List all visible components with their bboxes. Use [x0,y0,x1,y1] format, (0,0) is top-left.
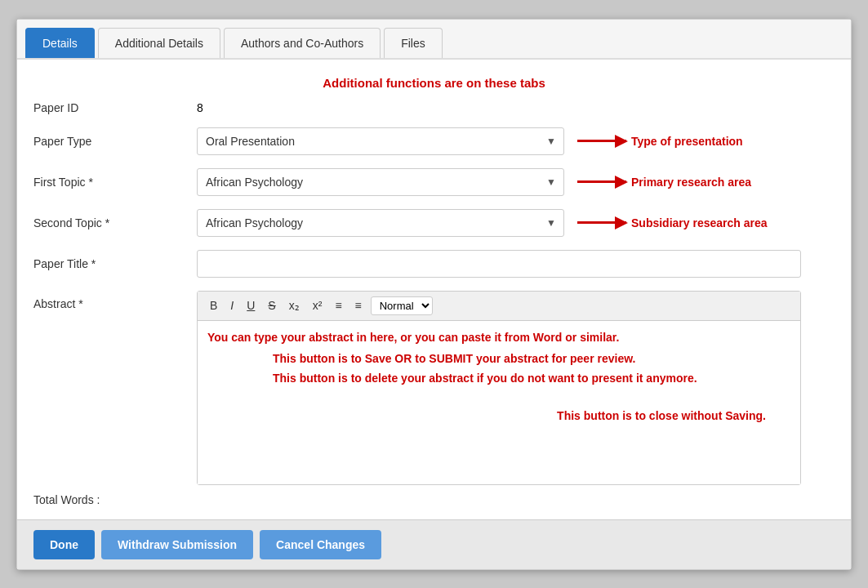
editor-annotation-1: You can type your abstract in here, or y… [207,331,790,344]
arrow-right-icon [577,140,626,142]
ordered-list-button[interactable]: ≡ [331,297,345,314]
paper-type-annotation: Type of presentation [577,135,743,148]
tab-additional-details[interactable]: Additional Details [98,28,220,58]
second-topic-annotation: Subsidiary research area [577,216,768,229]
abstract-label: Abstract * [33,291,197,310]
paper-id-value: 8 [197,101,835,114]
unordered-list-button[interactable]: ≡ [351,297,366,314]
editor-annotation-4: This button is to close without Saving. [207,409,790,422]
subscript-button[interactable]: x₂ [285,297,304,314]
second-topic-select[interactable]: African Psychology [197,209,564,237]
paper-title-input[interactable] [197,250,801,278]
withdraw-button[interactable]: Withdraw Submission [101,530,253,559]
editor-annotation-3: This button is to delete your abstract i… [207,372,790,385]
footer: Done Withdraw Submission Cancel Changes [17,519,851,569]
italic-button[interactable]: I [226,297,238,314]
editor-annotation-2: This button is to Save OR to SUBMIT your… [207,352,790,365]
first-topic-annotation: Primary research area [577,176,751,189]
form-content: Additional functions are on these tabs P… [17,60,851,519]
paper-type-label: Paper Type [33,135,197,148]
editor-toolbar: B I U S x₂ x² ≡ ≡ Normal [198,292,800,321]
second-topic-label: Second Topic * [33,216,197,229]
abstract-editor-container: B I U S x₂ x² ≡ ≡ Normal You ca [197,291,801,485]
superscript-button[interactable]: x² [309,297,327,314]
tab-authors[interactable]: Authors and Co-Authors [224,28,381,58]
modal-dialog: Details Additional Details Authors and C… [16,19,852,570]
strikethrough-button[interactable]: S [264,297,279,314]
bold-button[interactable]: B [206,297,221,314]
second-topic-annotation-label: Subsidiary research area [631,216,768,229]
tab-details[interactable]: Details [25,28,95,58]
paper-type-select[interactable]: Oral Presentation [197,127,564,155]
arrow-right-icon-2 [577,180,626,183]
tab-files[interactable]: Files [384,28,443,58]
cancel-button[interactable]: Cancel Changes [260,530,381,559]
underline-button[interactable]: U [243,297,259,314]
first-topic-annotation-label: Primary research area [631,176,751,189]
editor-container: B I U S x₂ x² ≡ ≡ Normal You ca [197,291,801,485]
paper-type-control: Oral Presentation Type of presentation [197,127,835,155]
annotation-banner: Additional functions are on these tabs [33,76,835,90]
done-button[interactable]: Done [33,530,95,559]
paper-type-row: Paper Type Oral Presentation Type of pre… [33,127,835,155]
paper-type-select-wrapper: Oral Presentation [197,127,564,155]
second-topic-control: African Psychology Subsidiary research a… [197,209,835,237]
paper-title-row: Paper Title * [33,250,835,278]
format-select[interactable]: Normal [371,296,433,315]
second-topic-select-wrapper: African Psychology [197,209,564,237]
second-topic-row: Second Topic * African Psychology Subsid… [33,209,835,237]
first-topic-select-wrapper: African Psychology [197,168,564,196]
total-words-label: Total Words : [33,493,197,506]
paper-title-label: Paper Title * [33,257,197,270]
first-topic-control: African Psychology Primary research area [197,168,835,196]
paper-title-control [197,250,835,278]
first-topic-select[interactable]: African Psychology [197,168,564,196]
tab-bar: Details Additional Details Authors and C… [17,20,851,60]
paper-type-annotation-label: Type of presentation [631,135,743,148]
paper-id-label: Paper ID [33,101,197,114]
paper-id-row: Paper ID 8 [33,101,835,114]
editor-body[interactable]: You can type your abstract in here, or y… [198,321,800,484]
total-words-row: Total Words : [33,493,835,506]
abstract-row: Abstract * B I U S x₂ x² ≡ ≡ Normal [33,291,835,485]
first-topic-label: First Topic * [33,176,197,189]
first-topic-row: First Topic * African Psychology Primary… [33,168,835,196]
arrow-right-icon-3 [577,221,626,224]
